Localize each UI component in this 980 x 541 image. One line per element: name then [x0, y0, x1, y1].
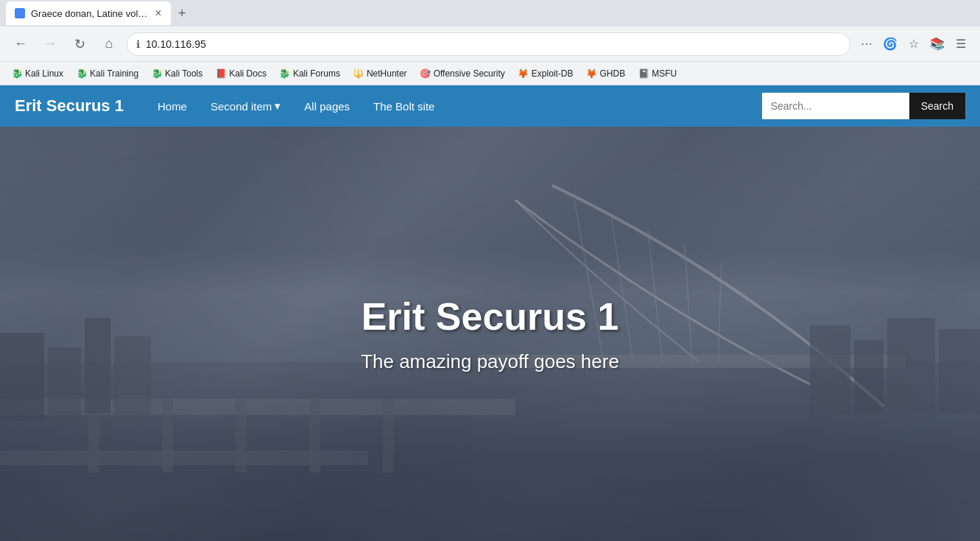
tab-favicon [15, 8, 25, 18]
offensive-security-icon: 🎯 [420, 68, 431, 79]
tab-title: Graece donan, Latine volupt [31, 8, 149, 19]
bookmark-nethunter-label: NetHunter [367, 68, 407, 79]
kali-linux-icon: 🐉 [12, 68, 22, 79]
site-brand[interactable]: Erit Securus 1 [15, 96, 124, 116]
bookmark-offensive-security[interactable]: 🎯 Offensive Security [415, 66, 511, 82]
bookmark-offensive-security-label: Offensive Security [434, 68, 505, 79]
tab-bar: Graece donan, Latine volupt ✕ + [0, 0, 980, 26]
bookmark-kali-docs-label: Kali Docs [229, 68, 267, 79]
svg-rect-14 [383, 399, 394, 473]
svg-rect-11 [162, 399, 173, 473]
hero-subtitle: The amazing payoff goes here [361, 350, 619, 373]
active-tab[interactable]: Graece donan, Latine volupt ✕ [6, 1, 171, 25]
site-navbar: Erit Securus 1 Home Second item ▾ All pa… [0, 85, 980, 127]
more-button[interactable]: ⋯ [856, 34, 877, 54]
home-button[interactable]: ⌂ [97, 32, 121, 56]
kali-training-icon: 🐉 [77, 68, 87, 79]
bookmarks-bar: 🐉 Kali Linux 🐉 Kali Training 🐉 Kali Tool… [0, 62, 980, 85]
bookmark-nethunter[interactable]: 🔱 NetHunter [348, 66, 413, 82]
kali-tools-icon: 🐉 [152, 68, 162, 79]
bookmark-exploit-db[interactable]: 🦊 Exploit-DB [512, 66, 579, 82]
svg-rect-12 [236, 399, 247, 473]
exploit-db-icon: 🦊 [518, 68, 529, 79]
svg-rect-13 [309, 399, 320, 473]
tab-close-button[interactable]: ✕ [155, 8, 162, 18]
svg-rect-17 [85, 318, 110, 414]
site-search-area: Search [762, 93, 965, 119]
bookmark-kali-tools[interactable]: 🐉 Kali Tools [146, 66, 208, 82]
browser-nav-bar: ← → ↻ ⌂ ℹ 10.10.116.95 ⋯ 🌀 ☆ 📚 ☰ [0, 26, 980, 62]
kali-docs-icon: 📕 [216, 68, 226, 79]
bookmark-exploit-db-label: Exploit-DB [532, 68, 574, 79]
svg-rect-19 [810, 325, 850, 414]
security-icon: ℹ [136, 38, 140, 50]
address-text: 10.10.116.95 [146, 38, 841, 50]
nav-all-pages[interactable]: All pages [292, 85, 362, 127]
svg-rect-15 [0, 333, 44, 421]
new-tab-button[interactable]: + [172, 3, 192, 24]
hero-content: Erit Securus 1 The amazing payoff goes h… [361, 294, 619, 373]
back-button[interactable]: ← [9, 32, 32, 56]
bookmark-ghdb-label: GHDB [599, 68, 625, 79]
website-content: Erit Securus 1 Home Second item ▾ All pa… [0, 85, 980, 541]
bookmark-msfu-label: MSFU [652, 68, 677, 79]
bookmark-kali-docs[interactable]: 📕 Kali Docs [210, 66, 272, 82]
svg-rect-18 [114, 336, 151, 421]
bookmark-kali-linux[interactable]: 🐉 Kali Linux [6, 66, 69, 82]
bookmark-kali-forums[interactable]: 🐉 Kali Forums [274, 66, 346, 82]
svg-rect-22 [939, 329, 980, 414]
nav-home[interactable]: Home [146, 85, 199, 127]
reload-button[interactable]: ↻ [68, 32, 91, 56]
bookmark-ghdb[interactable]: 🦊 GHDB [580, 66, 631, 82]
nav-bolt-site[interactable]: The Bolt site [362, 85, 446, 127]
nav-second-item-chevron: ▾ [275, 99, 281, 113]
site-search-button[interactable]: Search [909, 93, 965, 119]
svg-rect-16 [48, 347, 81, 421]
site-search-input[interactable] [762, 93, 909, 119]
open-menu-button[interactable]: ☰ [951, 34, 971, 54]
forward-button[interactable]: → [38, 32, 62, 56]
library-button[interactable]: 📚 [927, 34, 948, 54]
hero-section: Erit Securus 1 The amazing payoff goes h… [0, 127, 980, 541]
nethunter-icon: 🔱 [353, 68, 364, 79]
bookmark-kali-training-label: Kali Training [90, 68, 138, 79]
svg-rect-21 [887, 318, 935, 414]
kali-forums-icon: 🐉 [280, 68, 290, 79]
bookmark-star-button[interactable]: ☆ [903, 34, 924, 54]
msfu-icon: 📓 [638, 68, 649, 79]
pocket-button[interactable]: 🌀 [880, 34, 900, 54]
bookmark-kali-training[interactable]: 🐉 Kali Training [71, 66, 144, 82]
ghdb-icon: 🦊 [586, 68, 596, 79]
svg-rect-20 [854, 340, 884, 414]
site-nav-links: Home Second item ▾ All pages The Bolt si… [146, 85, 762, 127]
nav-second-item[interactable]: Second item ▾ [199, 85, 292, 127]
nav-extras: ⋯ 🌀 ☆ 📚 ☰ [856, 34, 971, 54]
address-bar[interactable]: ℹ 10.10.116.95 [127, 32, 850, 56]
hero-title: Erit Securus 1 [361, 294, 619, 339]
bookmark-kali-forums-label: Kali Forums [293, 68, 340, 79]
bookmark-kali-tools-label: Kali Tools [165, 68, 202, 79]
bookmark-msfu[interactable]: 📓 MSFU [632, 66, 683, 82]
nav-second-item-label: Second item [211, 100, 272, 113]
bookmark-kali-linux-label: Kali Linux [25, 68, 63, 79]
